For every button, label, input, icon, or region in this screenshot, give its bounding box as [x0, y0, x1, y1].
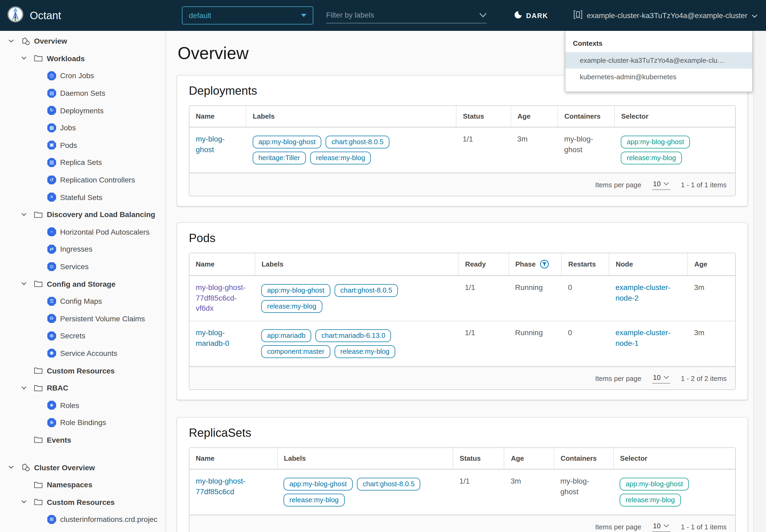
sidebar-item-namespaces[interactable]: Namespaces: [0, 476, 165, 493]
label-filter-input[interactable]: [326, 11, 467, 19]
selector-tag[interactable]: app:my-blog-ghost: [620, 478, 689, 491]
sidebar-item-ingresses[interactable]: Ingresses: [0, 240, 165, 258]
label-tag[interactable]: heritage:Tiller: [252, 152, 306, 164]
page-size-value: 10: [653, 180, 661, 188]
label-tag[interactable]: chart:mariadb-6.13.0: [316, 329, 391, 342]
sidebar-item-label: Pods: [60, 141, 77, 149]
pod-name-link[interactable]: my-blog-mariadb-0: [196, 328, 229, 347]
chevron-down-icon[interactable]: [21, 213, 27, 216]
sidebar-item-persistent-volume-claims[interactable]: Persistent Volume Claims: [0, 310, 165, 327]
context-selector[interactable]: example-cluster-ka3TuTzYo4a@example-clus…: [573, 0, 757, 31]
sidebar-item-label: clusterinformations.crd.projec: [60, 515, 157, 524]
pagination-range: 1 - 2 of 2 items: [681, 374, 727, 382]
node-link[interactable]: example-cluster-node-1: [615, 328, 671, 347]
filter-chevron-icon[interactable]: [479, 10, 487, 20]
sidebar-item-roles[interactable]: Roles: [0, 397, 165, 414]
sidebar-item-rbac[interactable]: RBAC: [0, 379, 165, 397]
deployment-name-link[interactable]: my-blog-ghost: [196, 135, 225, 153]
sidebar-item-clusterinformations[interactable]: clusterinformations.crd.projec: [0, 511, 165, 528]
chevron-down-icon[interactable]: [21, 386, 27, 390]
phase-cell: Running: [509, 321, 561, 366]
pod-icon: [47, 141, 56, 150]
sidebar-item-horizontal-pod-autoscalers[interactable]: Horizontal Pod Autoscalers: [0, 223, 165, 240]
sidebar-item-secrets[interactable]: Secrets: [0, 327, 165, 344]
items-per-page-select[interactable]: 10: [652, 180, 670, 190]
sidebar-item-daemon-sets[interactable]: Daemon Sets: [0, 85, 165, 102]
theme-toggle[interactable]: DARK: [514, 0, 548, 31]
hpa-icon: [47, 227, 56, 236]
selector-tag[interactable]: app:my-blog-ghost: [621, 136, 690, 148]
sidebar-item-jobs[interactable]: Jobs: [0, 119, 165, 136]
sidebar-item-config-and-storage[interactable]: Config and Storage: [0, 275, 165, 293]
filter-icon[interactable]: [540, 260, 549, 269]
sidebar-item-services[interactable]: Services: [0, 258, 165, 275]
sidebar-item-cron-jobs[interactable]: Cron Jobs: [0, 67, 165, 84]
chevron-down-icon[interactable]: [9, 465, 14, 469]
sidebar-item-deployments[interactable]: Deployments: [0, 102, 165, 119]
sidebar-item-replication-controllers[interactable]: Replication Controllers: [0, 171, 165, 189]
namespace-select[interactable]: default: [182, 6, 313, 24]
sidebar-item-role-bindings[interactable]: Role Bindings: [0, 414, 165, 431]
replicaset-name-link[interactable]: my-blog-ghost-77df85c6cd: [196, 477, 245, 496]
label-tag[interactable]: chart:ghost-8.0.5: [357, 478, 421, 491]
sidebar-item-csidrivers[interactable]: csidrivers.csi.storage.k8s.io: [0, 528, 165, 532]
items-per-page-select[interactable]: 10: [652, 373, 670, 383]
context-option-selected[interactable]: example-cluster-ka3TuTzYo4a@example-clu…: [565, 52, 752, 69]
column-header-age: Age: [688, 253, 735, 276]
node-link[interactable]: example-cluster-node-2: [615, 283, 671, 302]
sidebar-item-label: Custom Resources: [47, 366, 115, 375]
daemonset-icon: [47, 89, 56, 98]
sidebar-item-events[interactable]: Events: [0, 431, 165, 448]
ready-cell: 1/1: [459, 321, 509, 366]
column-header-containers: Containers: [554, 448, 614, 469]
sidebar-item-config-maps[interactable]: Config Maps: [0, 293, 165, 310]
ready-cell: 1/1: [459, 276, 509, 321]
folder-icon: [34, 211, 43, 218]
sidebar-item-custom-resources[interactable]: Custom Resources: [0, 362, 165, 379]
label-tag[interactable]: release:my-blog: [310, 152, 371, 164]
label-tag[interactable]: chart:ghost-8.0.5: [335, 284, 398, 297]
label-tag[interactable]: app:my-blog-ghost: [261, 284, 330, 297]
sidebar-item-label: Cluster Overview: [34, 463, 95, 472]
namespace-caret-icon: [301, 14, 306, 17]
sidebar-item-label: Config Maps: [60, 297, 102, 305]
top-navbar: Octant default DARK: [0, 0, 766, 31]
sidebar-item-cluster-overview[interactable]: Cluster Overview: [0, 459, 165, 476]
sidebar-item-overview[interactable]: Overview: [0, 32, 165, 50]
column-header-selector: Selector: [613, 448, 735, 469]
sidebar-item-discovery-load-balancing[interactable]: Discovery and Load Balancing: [0, 206, 165, 223]
chevron-down-icon: [663, 375, 669, 379]
sidebar-item-service-accounts[interactable]: Service Accounts: [0, 344, 165, 362]
label-tag[interactable]: app:my-blog-ghost: [252, 136, 321, 148]
label-tag[interactable]: app:mariadb: [261, 329, 311, 342]
sidebar-item-workloads[interactable]: Workloads: [0, 50, 165, 67]
items-per-page-select[interactable]: 10: [652, 522, 670, 532]
label-tag[interactable]: component:master: [261, 345, 330, 358]
context-option[interactable]: kubernetes-admin@kubernetes: [565, 69, 752, 85]
label-tag[interactable]: chart:ghost-8.0.5: [326, 136, 389, 148]
sidebar-item-label: Stateful Sets: [60, 193, 102, 201]
age-cell: 3m: [688, 321, 735, 366]
sidebar-item-replica-sets[interactable]: Replica Sets: [0, 154, 165, 171]
sidebar-item-cluster-custom-resources[interactable]: Custom Resources: [0, 493, 165, 511]
sidebar-item-pods[interactable]: Pods: [0, 136, 165, 154]
chevron-down-icon[interactable]: [21, 282, 27, 286]
selector-tag[interactable]: release:my-blog: [621, 152, 682, 164]
chevron-down-icon[interactable]: [21, 500, 27, 504]
pod-name-link[interactable]: my-blog-ghost-77df85c6cd-vf6dx: [196, 283, 245, 312]
column-header-labels: Labels: [246, 106, 456, 127]
scroll-gutter[interactable]: [753, 31, 766, 532]
role-icon: [47, 401, 56, 410]
age-cell: 3m: [504, 469, 554, 514]
label-tag[interactable]: release:my-blog: [261, 300, 322, 313]
chevron-down-icon[interactable]: [21, 57, 27, 60]
label-tag[interactable]: release:my-blog: [284, 494, 344, 506]
label-tag[interactable]: app:my-blog-ghost: [284, 478, 352, 491]
chevron-down-icon[interactable]: [9, 39, 14, 43]
pvc-icon: [47, 314, 56, 323]
label-tag[interactable]: release:my-blog: [335, 345, 396, 358]
selector-tag[interactable]: release:my-blog: [620, 494, 681, 506]
sidebar-item-stateful-sets[interactable]: Stateful Sets: [0, 189, 165, 206]
age-cell: 3m: [688, 276, 735, 321]
sidebar-item-label: Horizontal Pod Autoscalers: [60, 228, 149, 236]
